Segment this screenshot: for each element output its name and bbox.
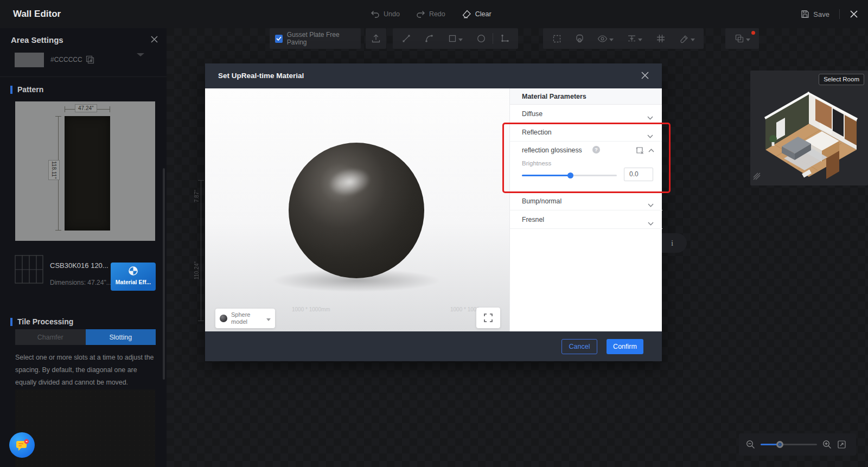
info-tooltip-button[interactable]: i (662, 233, 687, 253)
tile-layout-thumbnail[interactable] (15, 255, 43, 284)
dialog-close-icon[interactable] (641, 72, 649, 79)
close-sidebar-icon[interactable] (151, 36, 158, 43)
duplicate-tool-panel (725, 28, 759, 49)
pattern-heading: Pattern (17, 85, 43, 94)
collapse-caret-icon[interactable] (136, 52, 145, 57)
tile-width-label: 47.24" (75, 104, 97, 112)
chevron-up-icon[interactable] (648, 149, 654, 152)
param-section-reflection[interactable]: Reflection (510, 123, 662, 142)
room-preview-illustration (750, 89, 868, 184)
paving-checkbox-row[interactable]: Gusset Plate Free Paving (270, 28, 361, 49)
circle-icon (476, 34, 486, 43)
circle-tool-button[interactable] (470, 28, 493, 49)
chevron-down-icon (458, 34, 463, 43)
material-sphere-preview[interactable] (289, 143, 424, 278)
snap-tool-button[interactable] (568, 28, 591, 49)
polyline-tool-button[interactable] (493, 28, 516, 49)
zoom-slider[interactable] (761, 444, 817, 445)
paving-checkbox[interactable] (275, 35, 283, 43)
section-accent-bar (10, 318, 12, 326)
model-select-label: Sphere model (231, 311, 263, 325)
align-icon (627, 34, 636, 43)
tile-processing-header: Tile Processing (10, 317, 73, 326)
room-preview-panel[interactable]: Select Room (750, 71, 868, 185)
paint-brush-icon (679, 34, 689, 43)
topbar-divider (839, 9, 840, 19)
zoom-out-icon[interactable] (746, 440, 755, 449)
fullscreen-button[interactable] (476, 308, 500, 328)
sphere-model-icon (220, 315, 227, 322)
line-tool-button[interactable] (395, 28, 418, 49)
section-label: Fresnel (522, 216, 544, 223)
section-label: Diffuse (522, 110, 542, 118)
save-icon (801, 10, 809, 18)
slotting-preview-image[interactable] (15, 389, 155, 467)
undo-icon (371, 10, 380, 18)
chevron-down-icon (648, 218, 654, 228)
eye-icon (597, 35, 608, 42)
align-tool-button[interactable] (620, 28, 649, 49)
marquee-icon (552, 34, 561, 43)
brightness-slider-handle[interactable] (567, 172, 573, 178)
rectangle-icon (448, 34, 457, 43)
tile-processing-heading: Tile Processing (17, 317, 73, 326)
param-section-bump[interactable]: Bump/normal (510, 192, 662, 210)
upload-tool-button[interactable] (366, 28, 386, 49)
pattern-preview[interactable]: 47.24" 118.11" (15, 101, 155, 241)
confirm-button[interactable]: Confirm (607, 339, 643, 354)
zoom-slider-handle[interactable] (776, 441, 783, 448)
zoom-in-icon[interactable] (822, 440, 832, 449)
section-label: Reflection (522, 129, 552, 136)
chevron-down-icon (638, 34, 642, 43)
arc-tool-button[interactable] (418, 28, 441, 49)
eraser-icon (462, 10, 471, 18)
fullscreen-icon (484, 314, 493, 322)
chat-bubble-icon (15, 438, 30, 452)
snap-icon (575, 34, 584, 43)
material-preview-viewport[interactable]: 1000 * 1000mm 1000 * 1000mm Sphere model (205, 88, 509, 331)
rectangle-tool-button[interactable] (441, 28, 470, 49)
fit-view-icon[interactable] (837, 440, 846, 449)
visibility-tool-button[interactable] (591, 28, 620, 49)
paint-tool-button[interactable] (672, 28, 701, 49)
support-chat-button[interactable] (9, 432, 35, 458)
wall-color-swatch[interactable] (15, 53, 44, 67)
tab-slotting[interactable]: Slotting (86, 329, 156, 345)
parameters-heading: Material Parameters (510, 88, 662, 105)
clear-button[interactable]: Clear (462, 10, 492, 18)
close-editor-icon[interactable] (850, 10, 858, 18)
duplicate-tool-button[interactable] (735, 28, 750, 49)
param-section-fresnel[interactable]: Fresnel (510, 210, 662, 229)
material-effect-button[interactable]: Material Eff... (111, 263, 156, 291)
marquee-select-button[interactable] (545, 28, 568, 49)
brightness-value-input[interactable]: 0.0 (624, 168, 653, 181)
glossiness-label: reflection glossiness (522, 146, 582, 154)
grid-tool-button[interactable] (649, 28, 672, 49)
chevron-down-icon (609, 34, 614, 43)
redo-button[interactable]: Redo (416, 10, 445, 18)
cancel-button[interactable]: Cancel (561, 339, 597, 354)
material-dialog: Set UpReal-time Material 1000 * 1000mm 1… (205, 63, 662, 361)
brightness-slider[interactable] (522, 175, 617, 176)
duplicate-icon (735, 34, 744, 43)
paving-checkbox-label: Gusset Plate Free Paving (287, 31, 355, 46)
tile-swatch[interactable] (65, 116, 110, 231)
param-section-diffuse[interactable]: Diffuse (510, 105, 662, 123)
undo-button[interactable]: Undo (371, 10, 400, 18)
grid-icon (656, 34, 665, 43)
sidebar-scrollbar[interactable] (163, 168, 165, 380)
select-room-button[interactable]: Select Room (819, 74, 864, 85)
tab-chamfer[interactable]: Chamfer (15, 329, 86, 345)
corner-line-icon (500, 34, 509, 43)
resize-grip-icon[interactable] (753, 172, 761, 182)
reflection-glossiness-row[interactable]: reflection glossiness ? (510, 142, 662, 159)
save-button[interactable]: Save (801, 10, 829, 18)
chevron-down-icon (647, 131, 653, 140)
sidebar-divider (0, 76, 167, 77)
clear-map-icon[interactable] (636, 146, 644, 154)
brightness-label: Brightness (522, 160, 551, 167)
model-select-dropdown[interactable]: Sphere model (215, 309, 275, 328)
sidebar-title: Area Settings (11, 35, 63, 44)
add-color-icon[interactable] (85, 55, 95, 65)
help-icon[interactable]: ? (592, 146, 600, 153)
